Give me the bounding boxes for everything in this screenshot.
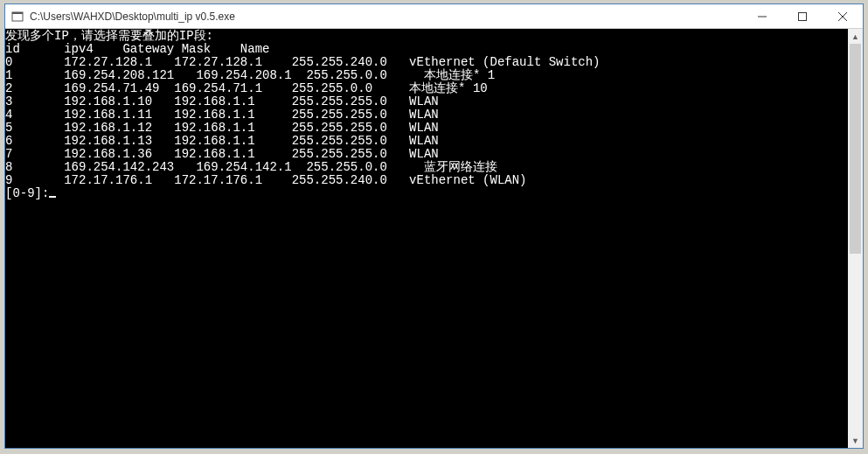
svg-rect-3: [799, 13, 807, 21]
scroll-track[interactable]: [848, 44, 863, 433]
scroll-down-icon[interactable]: ▼: [848, 433, 863, 448]
window-controls: [742, 4, 863, 28]
app-icon: [10, 10, 24, 24]
window-title: C:\Users\WAHXD\Desktop\multi_ip v0.5.exe: [30, 10, 742, 23]
minimize-button[interactable]: [742, 4, 782, 29]
maximize-button[interactable]: [782, 4, 823, 29]
console-window: C:\Users\WAHXD\Desktop\multi_ip v0.5.exe…: [4, 3, 864, 449]
svg-rect-1: [12, 12, 23, 14]
close-button[interactable]: [823, 4, 863, 29]
cursor: [49, 196, 56, 198]
scrollbar[interactable]: ▲ ▼: [848, 29, 863, 448]
scroll-up-icon[interactable]: ▲: [848, 29, 863, 44]
console-output[interactable]: 发现多个IP，请选择需要叠加的IP段: id ipv4 Gateway Mask…: [5, 29, 863, 448]
scroll-thumb[interactable]: [850, 44, 861, 254]
titlebar[interactable]: C:\Users\WAHXD\Desktop\multi_ip v0.5.exe: [5, 4, 863, 29]
